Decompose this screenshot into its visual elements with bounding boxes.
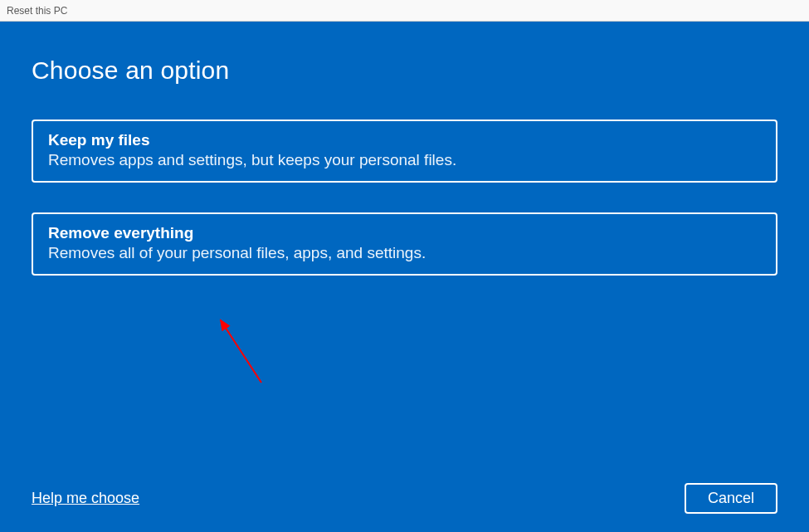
main-panel: Choose an option Keep my files Removes a…	[0, 22, 809, 532]
window-titlebar: Reset this PC	[0, 0, 809, 22]
bottom-bar: Help me choose Cancel	[32, 483, 777, 514]
option-title: Keep my files	[48, 131, 761, 149]
option-keep-my-files[interactable]: Keep my files Removes apps and settings,…	[32, 120, 777, 183]
option-title: Remove everything	[48, 224, 761, 242]
svg-line-1	[221, 320, 261, 383]
help-me-choose-link[interactable]: Help me choose	[32, 490, 139, 507]
page-title: Choose an option	[32, 56, 777, 85]
annotation-arrow-icon	[216, 312, 282, 387]
option-description: Removes all of your personal files, apps…	[48, 244, 761, 262]
option-remove-everything[interactable]: Remove everything Removes all of your pe…	[32, 212, 777, 276]
option-description: Removes apps and settings, but keeps you…	[48, 151, 761, 169]
cancel-button[interactable]: Cancel	[685, 483, 777, 514]
window-title: Reset this PC	[7, 5, 67, 17]
